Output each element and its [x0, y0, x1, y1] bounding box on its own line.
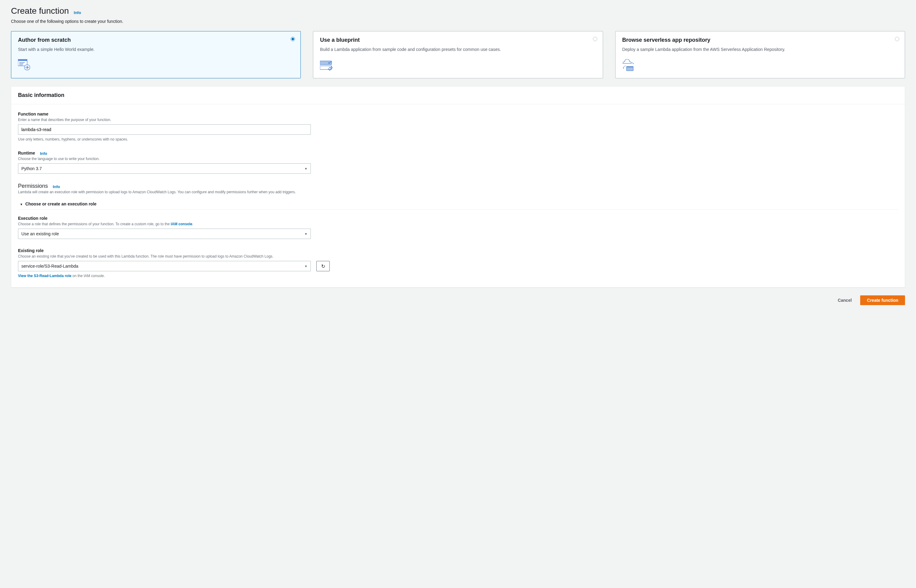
- svg-rect-2: [19, 62, 25, 63]
- view-role-line: View the S3-Read-Lambda role on the IAM …: [18, 274, 898, 278]
- execution-role-field: Execution role Choose a role that define…: [18, 216, 898, 239]
- execution-role-hint-text: Choose a role that defines the permissio…: [18, 222, 171, 226]
- svg-marker-9: [632, 63, 634, 64]
- option-title: Browse serverless app repository: [622, 37, 898, 43]
- existing-role-label: Existing role: [18, 248, 44, 253]
- execution-role-select[interactable]: Use an existing role ▼: [18, 229, 311, 239]
- runtime-info-link[interactable]: Info: [40, 151, 47, 156]
- cancel-button[interactable]: Cancel: [837, 296, 853, 305]
- svg-rect-3: [19, 63, 23, 64]
- radio-unselected-icon: [593, 37, 597, 41]
- creation-options-row: Author from scratch Start with a simple …: [11, 31, 905, 78]
- option-desc: Deploy a sample Lambda application from …: [622, 46, 898, 52]
- existing-role-select[interactable]: service-role/S3-Read-Lambda ▼: [18, 261, 311, 271]
- execution-role-selected-value: Use an existing role: [21, 231, 59, 236]
- expander-label: Choose or create an execution role: [25, 202, 96, 206]
- radio-selected-icon: [291, 37, 295, 41]
- chevron-down-icon: ▼: [304, 167, 307, 170]
- blueprint-stack-icon: [320, 59, 596, 71]
- existing-role-field: Existing role Choose an existing role th…: [18, 248, 898, 278]
- page-title: Create function: [11, 6, 69, 16]
- runtime-selected-value: Python 3.7: [21, 166, 42, 171]
- function-name-constraint: Use only letters, numbers, hyphens, or u…: [18, 137, 898, 141]
- caret-down-icon: ▼: [20, 203, 23, 206]
- option-desc: Build a Lambda application from sample c…: [320, 46, 596, 52]
- existing-role-selected-value: service-role/S3-Read-Lambda: [21, 264, 78, 268]
- svg-rect-4: [19, 65, 23, 65]
- function-name-field: Function name Enter a name that describe…: [18, 111, 898, 141]
- svg-rect-11: [626, 66, 633, 67]
- panel-header: Basic information: [11, 87, 905, 104]
- radio-unselected-icon: [895, 37, 899, 41]
- page-header: Create function Info Choose one of the f…: [11, 6, 905, 24]
- chevron-down-icon: ▼: [304, 232, 307, 236]
- function-name-hint: Enter a name that describes the purpose …: [18, 118, 898, 122]
- svg-rect-1: [18, 59, 27, 61]
- runtime-hint: Choose the language to use to write your…: [18, 157, 898, 161]
- option-desc: Start with a simple Hello World example.: [18, 46, 294, 52]
- option-use-blueprint[interactable]: Use a blueprint Build a Lambda applicati…: [313, 31, 603, 78]
- permissions-hint: Lambda will create an execution role wit…: [18, 190, 898, 194]
- runtime-label: Runtime: [18, 150, 35, 155]
- create-function-button[interactable]: Create function: [860, 296, 905, 305]
- basic-information-panel: Basic information Function name Enter a …: [11, 86, 905, 288]
- page-info-link[interactable]: Info: [74, 10, 81, 15]
- runtime-select[interactable]: Python 3.7 ▼: [18, 163, 311, 174]
- footer-actions: Cancel Create function: [11, 296, 905, 305]
- code-window-icon: [18, 59, 294, 71]
- option-title: Use a blueprint: [320, 37, 596, 43]
- permissions-field: Permissions Info Lambda will create an e…: [18, 183, 898, 210]
- option-title: Author from scratch: [18, 37, 294, 43]
- view-role-suffix: on the IAM console.: [71, 274, 105, 278]
- iam-console-link[interactable]: IAM console: [171, 222, 193, 226]
- execution-role-label: Execution role: [18, 216, 47, 221]
- refresh-icon: ↻: [321, 263, 325, 269]
- chevron-down-icon: ▼: [304, 265, 307, 268]
- svg-marker-12: [623, 68, 624, 69]
- view-role-link[interactable]: View the S3-Read-Lambda role: [18, 274, 71, 278]
- option-author-from-scratch[interactable]: Author from scratch Start with a simple …: [11, 31, 301, 78]
- function-name-label: Function name: [18, 111, 49, 116]
- runtime-field: Runtime Info Choose the language to use …: [18, 150, 898, 174]
- execution-role-hint-suffix: .: [192, 222, 193, 226]
- option-browse-serverless-repo[interactable]: Browse serverless app repository Deploy …: [615, 31, 905, 78]
- cloud-deploy-icon: [622, 59, 898, 71]
- refresh-roles-button[interactable]: ↻: [316, 261, 330, 271]
- permissions-label: Permissions: [18, 183, 48, 189]
- permissions-info-link[interactable]: Info: [53, 184, 60, 189]
- page-subtitle: Choose one of the following options to c…: [11, 19, 905, 24]
- execution-role-hint: Choose a role that defines the permissio…: [18, 222, 898, 226]
- execution-role-expander[interactable]: ▼Choose or create an execution role: [18, 199, 898, 210]
- existing-role-hint: Choose an existing role that you've crea…: [18, 254, 898, 258]
- panel-title: Basic information: [18, 92, 898, 99]
- function-name-input[interactable]: [18, 124, 311, 135]
